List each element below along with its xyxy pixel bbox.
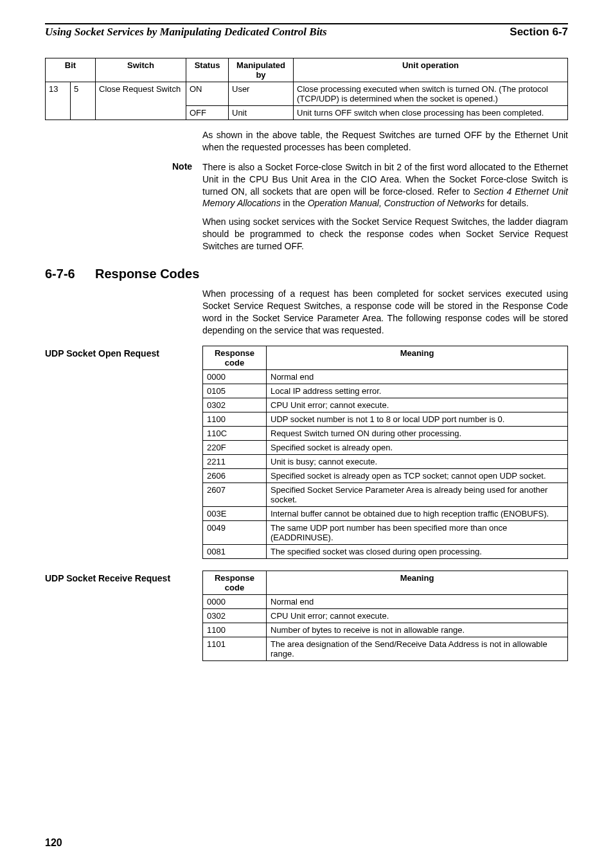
udp-receive-block: UDP Socket Receive Request Response code… (45, 571, 568, 661)
page: Using Socket Services by Manipulating De… (0, 0, 613, 868)
udp-open-table: Response code Meaning 0000Normal end 010… (202, 346, 568, 559)
table-row: 1101The area designation of the Send/Rec… (203, 637, 568, 660)
table-row: 0105Local IP address setting error. (203, 384, 568, 398)
cell-code: 110C (203, 426, 267, 440)
header-rule (45, 23, 568, 24)
cell-status: ON (186, 82, 229, 106)
cell-bit-b: 5 (71, 82, 96, 120)
cell-meaning: CPU Unit error; cannot execute. (267, 608, 568, 623)
header-right: Section 6-7 (510, 26, 568, 39)
cell-bit-a: 13 (46, 82, 71, 120)
col-bit: Bit (46, 58, 96, 82)
udp-open-label: UDP Socket Open Request (45, 346, 202, 359)
cell-meaning: Specified socket is already open. (267, 440, 568, 454)
table-row: 0302CPU Unit error; cannot execute. (203, 398, 568, 412)
table-row: 003EInternal buffer cannot be obtained d… (203, 506, 568, 520)
cell-code: 1101 (203, 637, 267, 660)
table-header-row: Bit Switch Status Manipulated by Unit op… (46, 58, 568, 82)
note-block: Note There is also a Socket Force-close … (172, 161, 568, 252)
page-number: 120 (45, 837, 62, 849)
cell-manip: User (229, 82, 294, 106)
cell-switch: Close Request Switch (96, 82, 186, 120)
cell-meaning: Local IP address setting error. (267, 384, 568, 398)
note-body: There is also a Socket Force-close Switc… (202, 161, 568, 252)
table-row: 2607Specified Socket Service Parameter A… (203, 483, 568, 506)
cell-code: 1100 (203, 623, 267, 637)
cell-status: OFF (186, 106, 229, 120)
udp-receive-label: UDP Socket Receive Request (45, 571, 202, 583)
table-header-row: Response code Meaning (203, 346, 568, 369)
note-label: Note (172, 161, 202, 252)
table-row: 0081The specified socket was closed duri… (203, 544, 568, 558)
cell-meaning: The area designation of the Send/Receive… (267, 637, 568, 660)
section-heading: 6-7-6 Response Codes (45, 267, 568, 281)
note-italic: Operation Manual, Construction of Networ… (308, 198, 484, 208)
table-row: 2606Specified socket is already open as … (203, 468, 568, 483)
table-row: 110CRequest Switch turned ON during othe… (203, 426, 568, 440)
cell-meaning: Request Switch turned ON during other pr… (267, 426, 568, 440)
col-operation: Unit operation (294, 58, 568, 82)
udp-receive-table: Response code Meaning 0000Normal end 030… (202, 571, 568, 661)
table-row: 1100UDP socket number is not 1 to 8 or l… (203, 412, 568, 426)
cell-meaning: The same UDP port number has been specif… (267, 520, 568, 544)
table-row: 0049The same UDP port number has been sp… (203, 520, 568, 544)
col-status: Status (186, 58, 229, 82)
cell-meaning: Number of bytes to receive is not in all… (267, 623, 568, 637)
cell-code: 0000 (203, 369, 267, 384)
section-title: Response Codes (95, 267, 199, 281)
note-paragraph-2: When using socket services with the Sock… (202, 216, 568, 252)
cell-meaning: Normal end (267, 369, 568, 384)
col-switch: Switch (96, 58, 186, 82)
col-manipulated: Manipulated by (229, 58, 294, 82)
cell-meaning: The specified socket was closed during o… (267, 544, 568, 558)
table-row: 0000Normal end (203, 369, 568, 384)
cell-manip: Unit (229, 106, 294, 120)
table-row: 2211Unit is busy; cannot execute. (203, 454, 568, 468)
col-meaning: Meaning (267, 346, 568, 369)
switch-table: Bit Switch Status Manipulated by Unit op… (45, 58, 568, 120)
cell-meaning: Internal buffer cannot be obtained due t… (267, 506, 568, 520)
cell-meaning: Unit is busy; cannot execute. (267, 454, 568, 468)
cell-meaning: UDP socket number is not 1 to 8 or local… (267, 412, 568, 426)
cell-op: Close processing executed when switch is… (294, 82, 568, 106)
cell-code: 0302 (203, 398, 267, 412)
cell-code: 0081 (203, 544, 267, 558)
udp-open-block: UDP Socket Open Request Response code Me… (45, 346, 568, 559)
table-row: 0000Normal end (203, 594, 568, 608)
note-text: in the (281, 198, 308, 208)
page-header: Using Socket Services by Manipulating De… (45, 26, 568, 39)
table-header-row: Response code Meaning (203, 571, 568, 594)
header-left: Using Socket Services by Manipulating De… (45, 26, 327, 39)
cell-code: 220F (203, 440, 267, 454)
cell-code: 2211 (203, 454, 267, 468)
cell-meaning: CPU Unit error; cannot execute. (267, 398, 568, 412)
paragraph: As shown in the above table, the Request… (202, 129, 568, 154)
col-code: Response code (203, 346, 267, 369)
cell-meaning: Normal end (267, 594, 568, 608)
col-code: Response code (203, 571, 267, 594)
cell-code: 0302 (203, 608, 267, 623)
cell-code: 003E (203, 506, 267, 520)
table-row: 1100Number of bytes to receive is not in… (203, 623, 568, 637)
cell-meaning: Specified Socket Service Parameter Area … (267, 483, 568, 506)
section-body: When processing of a request has been co… (202, 288, 568, 337)
cell-code: 0000 (203, 594, 267, 608)
col-meaning: Meaning (267, 571, 568, 594)
section-number: 6-7-6 (45, 267, 95, 281)
table-row: 220FSpecified socket is already open. (203, 440, 568, 454)
cell-op: Unit turns OFF switch when close process… (294, 106, 568, 120)
cell-code: 1100 (203, 412, 267, 426)
table-row: 13 5 Close Request Switch ON User Close … (46, 82, 568, 106)
note-text: for details. (484, 198, 528, 208)
cell-code: 2607 (203, 483, 267, 506)
table-row: 0302CPU Unit error; cannot execute. (203, 608, 568, 623)
cell-code: 0049 (203, 520, 267, 544)
cell-code: 2606 (203, 468, 267, 483)
cell-code: 0105 (203, 384, 267, 398)
cell-meaning: Specified socket is already open as TCP … (267, 468, 568, 483)
